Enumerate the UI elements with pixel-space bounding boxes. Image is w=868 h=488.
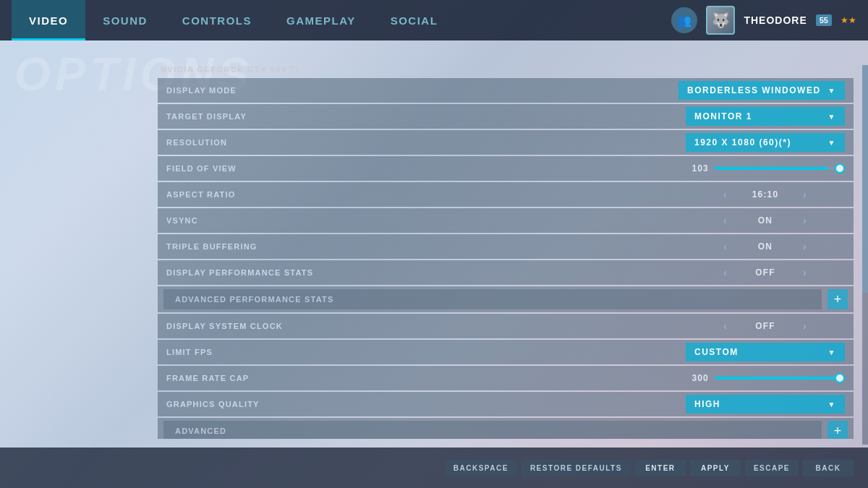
chevron-down-icon: ▼ [828,113,836,121]
vsync-value: ON [736,215,794,226]
triple-buffering-nav: ‹ ON › [686,241,845,252]
fov-label: FIELD OF VIEW [166,164,684,173]
username: THEODORE [744,14,807,26]
chevron-down-icon: ▼ [828,401,836,408]
friends-icon[interactable]: 👥 [671,7,697,33]
scrollbar-thumb[interactable] [862,65,868,293]
display-mode-row: DISPLAY MODE BORDERLESS WINDOWED ▼ [158,78,854,103]
adv-perf-stats-row: ADVANCED PERFORMANCE STATS + [158,286,854,312]
resolution-label: RESOLUTION [166,138,686,147]
settings-scroll: DISPLAY MODE BORDERLESS WINDOWED ▼ TARGE… [158,78,854,439]
aspect-ratio-next[interactable]: › [800,189,810,200]
frame-cap-slider-track[interactable] [715,377,845,380]
sys-clock-value: OFF [736,321,794,331]
graphics-quality-dropdown[interactable]: HIGH ▼ [686,395,845,414]
limit-fps-row: LIMIT FPS CUSTOM ▼ [158,340,854,364]
vsync-prev[interactable]: ‹ [720,215,731,226]
triple-buffering-row: TRIPLE BUFFERING ‹ ON › [158,234,854,259]
back-button[interactable]: BACK [803,460,854,476]
advanced-plus[interactable]: + [827,421,848,439]
advanced-label: ADVANCED [163,421,822,439]
resolution-dropdown[interactable]: 1920 X 1080 (60)(*) ▼ [686,133,845,152]
backspace-button[interactable]: BACKSPACE [445,460,517,476]
aspect-ratio-row: ASPECT RATIO ‹ 16:10 › [158,182,854,207]
triple-buffering-value: ON [736,241,794,252]
tab-controls[interactable]: CONTROLS [165,0,269,40]
perf-stats-next[interactable]: › [800,267,810,278]
frame-cap-slider-container: 300 [684,373,845,383]
aspect-ratio-value: 16:10 [736,189,794,200]
chevron-down-icon: ▼ [828,139,836,147]
frame-cap-value: 300 [684,373,709,383]
triple-buffering-label: TRIPLE BUFFERING [166,242,686,251]
sys-clock-prev[interactable]: ‹ [720,320,731,332]
perf-stats-label: DISPLAY PERFORMANCE STATS [166,268,686,277]
nav-right: 👥 🐺 THEODORE 55 ★★ [671,6,856,35]
adv-perf-stats-plus[interactable]: + [827,289,848,309]
chevron-down-icon: ▼ [828,348,836,356]
tab-social[interactable]: SOCIAL [373,0,456,40]
tab-gameplay[interactable]: GAMEPLAY [269,0,373,40]
fov-slider-fill [715,167,828,170]
target-display-label: TARGET DISPLAY [166,112,686,121]
limit-fps-label: LIMIT FPS [166,348,686,356]
triple-buffering-prev[interactable]: ‹ [720,241,731,252]
tab-sound[interactable]: SOUND [85,0,165,40]
target-display-dropdown[interactable]: MONITOR 1 ▼ [686,107,845,126]
fov-slider-track[interactable] [715,167,845,170]
advanced-row: ADVANCED + [158,418,854,439]
enter-button[interactable]: ENTER [635,460,686,476]
vsync-row: VSYNC ‹ ON › [158,208,854,233]
navbar: VIDEO SOUND CONTROLS GAMEPLAY SOCIAL 👥 🐺… [0,0,868,40]
nav-tabs: VIDEO SOUND CONTROLS GAMEPLAY SOCIAL [12,0,671,40]
perf-stats-nav: ‹ OFF › [686,267,845,278]
frame-cap-label: FRAME RATE CAP [166,374,684,382]
graphics-quality-label: GRAPHICS QUALITY [166,400,686,408]
fov-value: 103 [684,163,709,174]
vsync-nav: ‹ ON › [686,215,845,226]
escape-button[interactable]: ESCAPE [745,460,799,476]
fov-slider-thumb[interactable] [835,163,845,174]
stars-badge: ★★ [841,15,856,25]
chevron-down-icon: ▼ [828,87,836,95]
sys-clock-nav: ‹ OFF › [686,320,845,332]
vsync-next[interactable]: › [800,215,810,226]
avatar: 🐺 [706,6,735,35]
graphics-quality-row: GRAPHICS QUALITY HIGH ▼ [158,392,854,416]
level-badge: 55 [816,14,832,26]
frame-cap-slider-fill [715,377,843,380]
tab-video[interactable]: VIDEO [12,0,85,40]
perf-stats-row: DISPLAY PERFORMANCE STATS ‹ OFF › [158,260,854,285]
bottom-bar: BACKSPACE RESTORE DEFAULTS ENTER APPLY E… [0,448,868,488]
resolution-row: RESOLUTION 1920 X 1080 (60)(*) ▼ [158,130,854,155]
display-mode-dropdown[interactable]: BORDERLESS WINDOWED ▼ [678,81,845,100]
aspect-ratio-nav: ‹ 16:10 › [686,189,845,200]
sys-clock-label: DISPLAY SYSTEM CLOCK [166,322,686,330]
limit-fps-dropdown[interactable]: CUSTOM ▼ [686,343,845,361]
perf-stats-prev[interactable]: ‹ [720,267,731,278]
frame-cap-row: FRAME RATE CAP 300 [158,366,854,390]
aspect-ratio-label: ASPECT RATIO [166,190,686,199]
aspect-ratio-prev[interactable]: ‹ [720,189,731,200]
restore-defaults-button[interactable]: RESTORE DEFAULTS [522,460,631,476]
fov-row: FIELD OF VIEW 103 [158,156,854,181]
vsync-label: VSYNC [166,216,686,225]
apply-button[interactable]: APPLY [690,460,741,476]
fov-slider-container: 103 [684,163,845,174]
sys-clock-next[interactable]: › [800,320,810,332]
perf-stats-value: OFF [736,267,794,278]
triple-buffering-next[interactable]: › [800,241,810,252]
display-mode-label: DISPLAY MODE [166,86,678,95]
sys-clock-row: DISPLAY SYSTEM CLOCK ‹ OFF › [158,314,854,338]
gpu-label: NVIDIA GEFORCE GTX 980 TI [158,65,854,74]
frame-cap-slider-thumb[interactable] [835,373,845,383]
main-panel: NVIDIA GEFORCE GTX 980 TI DISPLAY MODE B… [158,65,854,445]
scrollbar[interactable] [862,65,868,445]
target-display-row: TARGET DISPLAY MONITOR 1 ▼ [158,104,854,129]
adv-perf-stats-label: ADVANCED PERFORMANCE STATS [163,289,822,309]
